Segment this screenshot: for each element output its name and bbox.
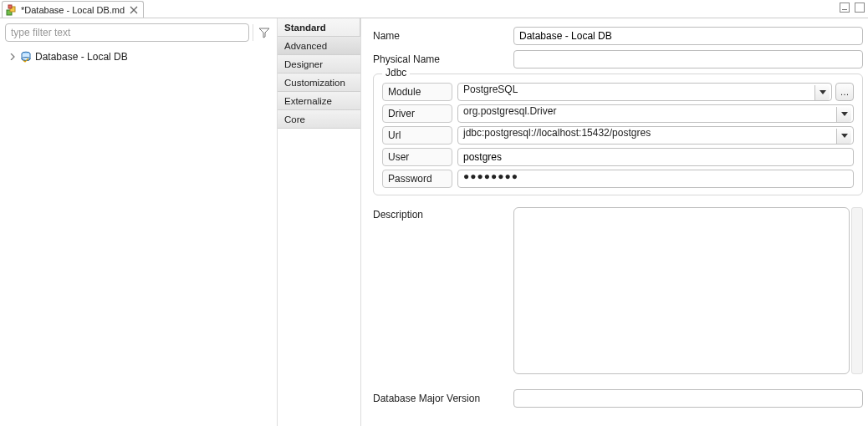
property-tabs: Standard Advanced Designer Customization… — [278, 18, 361, 426]
db-major-field[interactable] — [513, 389, 863, 408]
prop-tab-externalize[interactable]: Externalize — [278, 92, 360, 110]
browse-module-button[interactable]: … — [835, 83, 854, 101]
driver-label: Driver — [382, 104, 452, 123]
password-field[interactable]: ●●●●●●●● — [457, 170, 854, 188]
filter-icon[interactable] — [257, 25, 272, 40]
url-value: jdbc:postgresql://localhost:15432/postgr… — [463, 127, 651, 139]
url-label: Url — [382, 126, 452, 145]
prop-tab-advanced[interactable]: Advanced — [278, 37, 360, 55]
separator — [253, 24, 253, 41]
chevron-right-icon[interactable] — [8, 53, 17, 61]
physical-name-label: Physical Name — [373, 53, 513, 65]
module-label: Module — [382, 83, 452, 101]
db-major-label: Database Major Version — [373, 393, 513, 404]
password-value: ●●●●●●●● — [463, 170, 518, 182]
tree-root-item[interactable]: Database - Local DB — [5, 48, 277, 65]
maximize-icon[interactable] — [855, 3, 865, 13]
database-icon — [20, 51, 32, 63]
chevron-down-icon[interactable] — [836, 129, 851, 144]
editor-tab-title: *Database - Local DB.md — [21, 5, 125, 15]
module-combo[interactable]: PostgreSQL — [457, 83, 832, 101]
tree: Database - Local DB — [0, 45, 277, 65]
driver-combo[interactable]: org.postgresql.Driver — [457, 104, 854, 123]
prop-tab-designer[interactable]: Designer — [278, 55, 360, 74]
database-file-icon — [6, 4, 18, 16]
name-label: Name — [373, 30, 513, 42]
svg-rect-2 — [8, 5, 12, 8]
tree-panel: Database - Local DB — [0, 18, 278, 426]
minimize-icon[interactable] — [840, 3, 850, 13]
module-value: PostgreSQL — [463, 84, 518, 95]
filter-input[interactable] — [5, 23, 249, 42]
editor-tabbar: *Database - Local DB.md — [0, 0, 868, 18]
form-panel: Name Physical Name Jdbc Module PostgreSQ… — [361, 18, 868, 426]
name-field[interactable] — [513, 27, 863, 45]
chevron-down-icon[interactable] — [814, 85, 830, 100]
description-label: Description — [373, 207, 513, 221]
description-scrollbar[interactable] — [851, 207, 863, 374]
prop-tab-core[interactable]: Core — [278, 110, 360, 129]
password-label: Password — [382, 170, 452, 188]
close-tab-icon[interactable] — [130, 6, 138, 14]
user-field[interactable] — [457, 148, 854, 166]
physical-name-field[interactable] — [513, 50, 863, 68]
jdbc-group-label: Jdbc — [382, 67, 410, 79]
window-controls — [840, 3, 865, 13]
editor-tab[interactable]: *Database - Local DB.md — [2, 1, 144, 18]
jdbc-group: Jdbc Module PostgreSQL … Driver — [373, 74, 863, 195]
prop-header[interactable]: Standard — [278, 18, 360, 37]
url-combo[interactable]: jdbc:postgresql://localhost:15432/postgr… — [457, 126, 854, 145]
description-field[interactable] — [513, 207, 850, 374]
tree-root-label: Database - Local DB — [35, 51, 128, 63]
driver-value: org.postgresql.Driver — [463, 105, 556, 117]
chevron-down-icon[interactable] — [836, 107, 851, 122]
prop-tab-customization[interactable]: Customization — [278, 74, 360, 92]
user-label: User — [382, 148, 452, 166]
